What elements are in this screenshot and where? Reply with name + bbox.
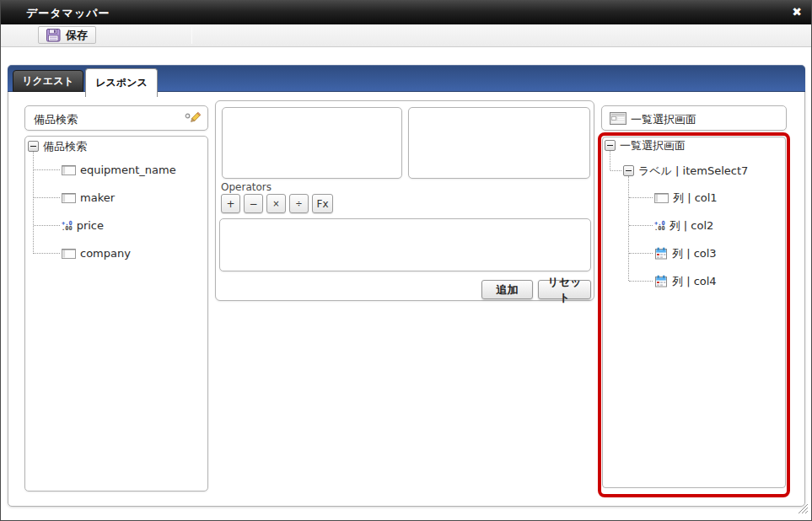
tree-connector-line (629, 225, 653, 226)
tree-connector-line (34, 169, 60, 170)
text-field-icon (654, 193, 669, 203)
operator-multiply-button[interactable]: × (266, 194, 286, 213)
close-icon: ✖ (792, 5, 802, 19)
tree-connector-line (610, 151, 610, 170)
operator-minus-button[interactable]: − (244, 194, 263, 213)
tree-connector-line (610, 170, 621, 171)
text-field-icon (62, 193, 76, 203)
column-label: 列 | col3 (672, 246, 717, 261)
tree-connector-line (34, 197, 60, 198)
tree-connector-line (34, 253, 60, 254)
source-header-box: 備品検索 (24, 105, 208, 131)
calendar-icon (654, 247, 668, 260)
collapse-icon[interactable] (28, 141, 39, 152)
mapping-target-box[interactable] (408, 107, 590, 179)
tree-connector-line (33, 152, 34, 254)
operators-label: Operators (221, 181, 272, 193)
source-header-title: 備品検索 (34, 112, 78, 127)
reset-button[interactable]: リセット (538, 280, 591, 299)
field-label: price (77, 219, 104, 232)
target-header-box: 一覧選択画面 (601, 105, 787, 131)
floppy-disk-icon (46, 29, 61, 42)
source-field-price[interactable]: +.0 .00 price (62, 218, 104, 233)
toolbar: 保存 (1, 24, 811, 47)
target-tree-root[interactable]: 一覧選択画面 (605, 138, 686, 153)
collapse-icon[interactable] (605, 140, 616, 151)
title-bar: データマッパー ✖ (1, 1, 811, 24)
resize-handle[interactable] (798, 502, 809, 518)
field-label: maker (80, 191, 115, 204)
source-field-company[interactable]: company (62, 246, 131, 260)
source-tree-root[interactable]: 備品検索 (28, 139, 87, 153)
text-field-icon (62, 249, 76, 259)
highlight-border (598, 132, 790, 497)
column-label: 列 | col2 (669, 218, 714, 234)
add-button[interactable]: 追加 (481, 280, 533, 299)
tree-connector-line (629, 281, 653, 282)
operator-fx-button[interactable]: Fx (312, 194, 333, 213)
number-field-icon: +.0 .00 (654, 221, 665, 231)
mapping-source-box[interactable] (222, 107, 402, 179)
target-column-col3[interactable]: 列 | col3 (654, 246, 717, 260)
source-tree-panel (24, 136, 208, 491)
source-field-maker[interactable]: maker (62, 191, 115, 205)
close-button[interactable]: ✖ (792, 5, 802, 19)
page-title: データマッパー (26, 6, 110, 21)
toolbar-separator (191, 27, 192, 44)
edit-pencil-icon[interactable] (184, 110, 202, 131)
operator-plus-button[interactable]: + (221, 194, 240, 213)
column-label: 列 | col1 (673, 191, 718, 206)
text-field-icon (62, 165, 76, 175)
source-field-equipment-name[interactable]: equipment_name (62, 163, 176, 177)
tree-connector-line (629, 253, 653, 254)
operator-divide-button[interactable]: ÷ (289, 194, 309, 213)
list-screen-icon (610, 112, 626, 128)
field-label: company (80, 247, 131, 260)
source-tree-root-label: 備品検索 (43, 139, 87, 154)
column-label: 列 | col4 (672, 274, 717, 289)
tab-request-label: リクエスト (22, 74, 73, 89)
tab-response[interactable]: レスポンス (85, 68, 158, 97)
tree-connector-line (34, 225, 60, 226)
target-tree-root-label: 一覧選択画面 (620, 138, 686, 153)
tab-request[interactable]: リクエスト (13, 70, 83, 92)
tree-connector-line (628, 176, 629, 281)
formula-box[interactable] (219, 218, 591, 271)
resize-grip-icon (798, 503, 809, 514)
target-column-col2[interactable]: +.0 .00 列 | col2 (654, 218, 713, 233)
target-column-col4[interactable]: 列 | col4 (654, 274, 717, 288)
tab-response-label: レスポンス (95, 76, 147, 90)
data-mapper-dialog: データマッパー ✖ 保存 リクエスト レスポンス 備品検索 (0, 0, 812, 521)
save-button-label: 保存 (66, 28, 88, 43)
collapse-icon[interactable] (623, 165, 634, 176)
calendar-icon (654, 275, 668, 287)
target-column-col1[interactable]: 列 | col1 (654, 191, 718, 205)
save-button[interactable]: 保存 (38, 26, 96, 44)
group-label: ラベル | itemSelect7 (638, 164, 748, 179)
tree-connector-line (629, 197, 653, 198)
field-label: equipment_name (80, 164, 176, 176)
target-group-itemselect7[interactable]: ラベル | itemSelect7 (623, 164, 748, 178)
target-header-title: 一覧選択画面 (631, 112, 696, 127)
number-field-icon: +.0 .00 (62, 221, 73, 231)
